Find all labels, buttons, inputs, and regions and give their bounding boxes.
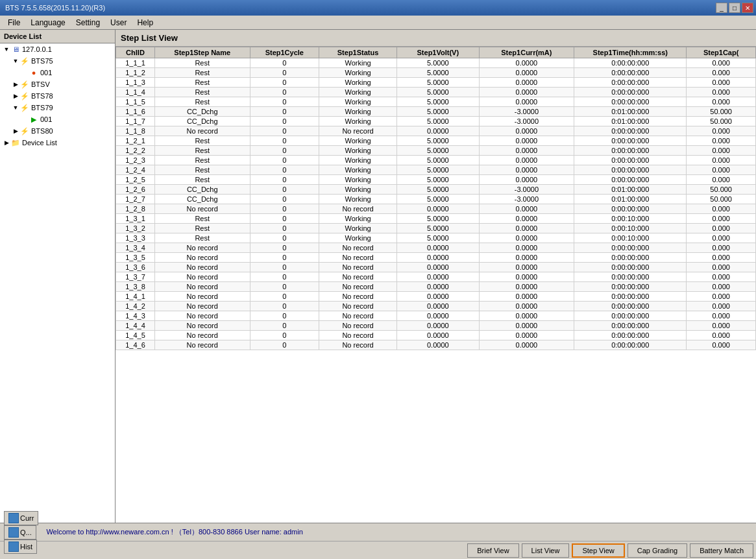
table-row[interactable]: 1_1_5Rest0Working5.00000.00000:00:00:000… (116, 97, 756, 107)
menu-item-language[interactable]: Language (25, 17, 70, 29)
cell-curr: 0.0000 (479, 224, 574, 233)
table-row[interactable]: 1_3_3Rest0Working5.00000.00000:00:10:000… (116, 233, 756, 243)
cell-cap: 0.000 (687, 340, 756, 350)
cell-chlid: 1_2_4 (116, 165, 155, 175)
col-header-status[interactable]: Step1Status (319, 47, 397, 58)
status-btn-hist[interactable]: Hist (4, 540, 37, 554)
cell-stepname: Rest (154, 68, 250, 78)
minimize-button[interactable]: _ (716, 3, 727, 13)
content-area: Step List View ChlIDStep1Step NameStep1C… (116, 30, 756, 523)
cell-status: Working (319, 146, 397, 156)
table-row[interactable]: 1_2_8No record0No record0.00000.00000:00… (116, 204, 756, 214)
cell-time: 0:00:00:000 (574, 253, 687, 263)
table-row[interactable]: 1_4_6No record0No record0.00000.00000:00… (116, 340, 756, 350)
cell-volt: 0.0000 (397, 263, 480, 272)
cell-volt: 5.0000 (397, 185, 480, 195)
cell-volt: 0.0000 (397, 331, 480, 340)
table-row[interactable]: 1_4_5No record0No record0.00000.00000:00… (116, 331, 756, 340)
sidebar-item-bts80[interactable]: ▶⚡BTS80 (0, 125, 115, 137)
cell-cap: 0.000 (687, 175, 756, 185)
cell-cycle: 0 (250, 88, 319, 97)
menu-item-setting[interactable]: Setting (71, 17, 105, 29)
table-row[interactable]: 1_3_4No record0No record0.00000.00000:00… (116, 243, 756, 253)
cell-stepname: No record (154, 126, 250, 136)
view-btn-cap-grading[interactable]: Cap Grading (628, 543, 687, 558)
table-row[interactable]: 1_1_8No record0No record0.00000.00000:00… (116, 126, 756, 136)
cell-chlid: 1_4_4 (116, 321, 155, 331)
cell-status: No record (319, 292, 397, 302)
table-row[interactable]: 1_4_4No record0No record0.00000.00000:00… (116, 321, 756, 331)
table-row[interactable]: 1_2_5Rest0Working5.00000.00000:00:00:000… (116, 175, 756, 185)
table-row[interactable]: 1_1_3Rest0Working5.00000.00000:00:00:000… (116, 78, 756, 88)
view-btn-step-view[interactable]: Step View (572, 543, 624, 558)
table-container[interactable]: ChlIDStep1Step NameStep1CycleStep1Status… (116, 47, 756, 523)
table-row[interactable]: 1_2_4Rest0Working5.00000.00000:00:00:000… (116, 165, 756, 175)
table-row[interactable]: 1_3_1Rest0Working5.00000.00000:00:10:000… (116, 214, 756, 224)
close-button[interactable]: ✕ (742, 3, 753, 13)
cell-curr: 0.0000 (479, 263, 574, 272)
tree-label: 127.0.0.1 (22, 45, 52, 53)
cell-stepname: No record (154, 321, 250, 331)
table-row[interactable]: 1_4_1No record0No record0.00000.00000:00… (116, 292, 756, 302)
cell-cycle: 0 (250, 302, 319, 311)
table-row[interactable]: 1_1_7CC_Dchg0Working5.0000-3.00000:01:00… (116, 117, 756, 126)
status-btn-q[interactable]: Q... (4, 525, 36, 540)
table-row[interactable]: 1_1_1Rest0Working5.00000.00000:00:00:000… (116, 58, 756, 68)
view-btn-list-view[interactable]: List View (522, 543, 570, 558)
table-row[interactable]: 1_4_2No record0No record0.00000.00000:00… (116, 302, 756, 311)
sidebar-item-devlist2[interactable]: ▶📁Device List (0, 137, 115, 149)
menu-item-help[interactable]: Help (132, 17, 158, 29)
table-row[interactable]: 1_3_7No record0No record0.00000.00000:00… (116, 272, 756, 282)
cell-cycle: 0 (250, 204, 319, 214)
cell-status: Working (319, 107, 397, 117)
col-header-cap[interactable]: Step1Cap( (687, 47, 756, 58)
menu-item-file[interactable]: File (3, 17, 25, 29)
sidebar-item-bts75[interactable]: ▼⚡BTS75 (0, 55, 115, 67)
col-header-volt[interactable]: Step1Volt(V) (397, 47, 480, 58)
cell-cycle: 0 (250, 321, 319, 331)
table-row[interactable]: 1_1_6CC_Dchg0Working5.0000-3.00000:01:00… (116, 107, 756, 117)
table-row[interactable]: 1_1_4Rest0Working5.00000.00000:00:00:000… (116, 88, 756, 97)
col-header-curr[interactable]: Step1Curr(mA) (479, 47, 574, 58)
status-btn-icon (8, 541, 19, 552)
table-row[interactable]: 1_2_3Rest0Working5.00000.00000:00:00:000… (116, 156, 756, 165)
sidebar-item-bts79[interactable]: ▼⚡BTS79 (0, 102, 115, 113)
cell-cap: 0.000 (687, 311, 756, 321)
table-row[interactable]: 1_2_2Rest0Working5.00000.00000:00:00:000… (116, 146, 756, 156)
table-row[interactable]: 1_4_3No record0No record0.00000.00000:00… (116, 311, 756, 321)
table-row[interactable]: 1_3_8No record0No record0.00000.00000:00… (116, 282, 756, 292)
cell-cycle: 0 (250, 117, 319, 126)
table-row[interactable]: 1_2_7CC_Dchg0Working5.0000-3.00000:01:00… (116, 195, 756, 204)
cell-chlid: 1_1_7 (116, 117, 155, 126)
sidebar-item-ip[interactable]: ▼🖥127.0.0.1 (0, 43, 115, 55)
col-header-cycle[interactable]: Step1Cycle (250, 47, 319, 58)
menu-item-user[interactable]: User (105, 17, 132, 29)
cell-status: No record (319, 302, 397, 311)
sidebar-item-btsv[interactable]: ▶⚡BTSV (0, 78, 115, 90)
maximize-button[interactable]: □ (729, 3, 740, 13)
view-buttons: Brief ViewList ViewStep ViewCap GradingB… (467, 543, 753, 558)
view-btn-brief-view[interactable]: Brief View (467, 543, 518, 558)
sidebar-item-ch001[interactable]: ●001 (0, 67, 115, 78)
col-header-stepname[interactable]: Step1Step Name (154, 47, 250, 58)
table-row[interactable]: 1_2_6CC_Dchg0Working5.0000-3.00000:01:00… (116, 185, 756, 195)
status-bar: CurrQ...Hist Welcome to http://www.newar… (0, 523, 756, 541)
table-row[interactable]: 1_3_5No record0No record0.00000.00000:00… (116, 253, 756, 263)
sidebar-item-ch001b[interactable]: ▶001 (0, 113, 115, 125)
col-header-chlid[interactable]: ChlID (116, 47, 155, 58)
table-row[interactable]: 1_3_6No record0No record0.00000.00000:00… (116, 263, 756, 272)
cell-stepname: No record (154, 311, 250, 321)
table-row[interactable]: 1_1_2Rest0Working5.00000.00000:00:00:000… (116, 68, 756, 78)
cell-cap: 0.000 (687, 282, 756, 292)
status-btn-icon (8, 527, 19, 538)
cell-time: 0:00:00:000 (574, 68, 687, 78)
view-btn-battery-match[interactable]: Battery Match (690, 543, 753, 558)
tree-icon: 🖥 (10, 44, 21, 54)
col-header-time[interactable]: Step1Time(hh:mm:ss) (574, 47, 687, 58)
table-row[interactable]: 1_3_2Rest0Working5.00000.00000:00:10:000… (116, 224, 756, 233)
table-row[interactable]: 1_2_1Rest0Working5.00000.00000:00:00:000… (116, 136, 756, 146)
sidebar-item-bts78[interactable]: ▶⚡BTS78 (0, 90, 115, 102)
view-title: Step List View (116, 30, 756, 47)
status-btn-curr[interactable]: Curr (4, 511, 38, 525)
cell-curr: 0.0000 (479, 175, 574, 185)
